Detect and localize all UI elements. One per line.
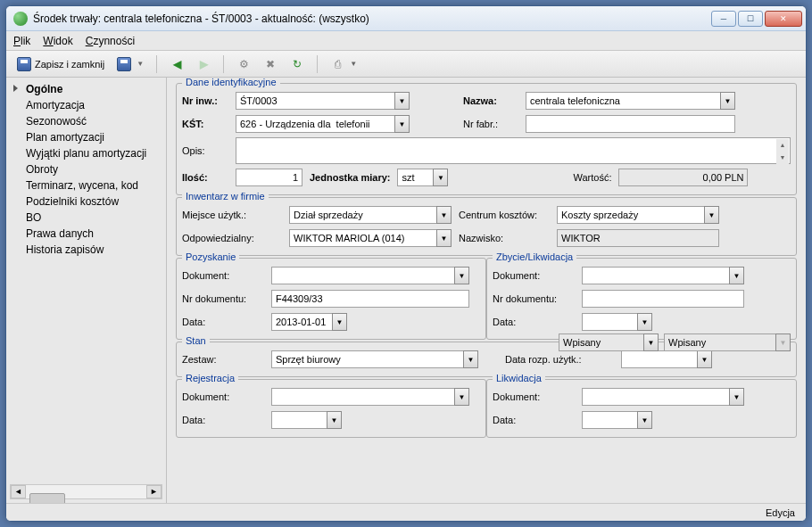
chevron-down-icon[interactable]: ▼	[637, 313, 652, 331]
close-button[interactable]: ✕	[765, 11, 802, 27]
data-rozp-input[interactable]	[621, 350, 697, 368]
nav-amortyzacja[interactable]: Amortyzacja	[10, 97, 162, 113]
poz-dok-combo[interactable]: ▼	[271, 267, 469, 284]
chevron-down-icon[interactable]: ▼	[729, 267, 744, 284]
nav-historia[interactable]: Historia zapisów	[10, 242, 162, 258]
menu-file[interactable]: Plik	[13, 35, 30, 47]
miejsce-input[interactable]	[289, 206, 436, 224]
chevron-down-icon[interactable]: ▼	[697, 350, 712, 368]
nav-plan-amortyzacji[interactable]: Plan amortyzacji	[10, 129, 162, 145]
chevron-down-icon[interactable]: ▼	[729, 388, 744, 406]
zestaw-combo[interactable]: ▼	[271, 350, 478, 368]
spin-up-icon[interactable]: ▲	[776, 139, 789, 152]
chevron-down-icon[interactable]: ▼	[454, 267, 469, 284]
chevron-down-icon[interactable]: ▼	[394, 115, 410, 133]
rej-dok-combo[interactable]: ▼	[271, 388, 469, 406]
menu-actions[interactable]: Czynności	[86, 35, 135, 47]
poz-dok-input[interactable]	[271, 267, 454, 284]
scroll-left-icon[interactable]: ◄	[11, 485, 26, 498]
print-icon: ⎙	[330, 57, 344, 71]
chevron-down-icon[interactable]: ▼	[436, 229, 452, 247]
chevron-down-icon[interactable]: ▼	[637, 411, 652, 429]
nav-ogolne[interactable]: Ogólne	[10, 81, 162, 97]
zby-dok-input[interactable]	[582, 267, 729, 284]
data-rozp-label: Data rozp. użytk.:	[505, 354, 621, 365]
nav-podzielniki[interactable]: Podzielniki kosztów	[10, 194, 162, 210]
odp-combo[interactable]: ▼	[289, 229, 452, 247]
zby-nr-input[interactable]	[582, 290, 744, 308]
lik-data-input[interactable]	[582, 411, 637, 429]
lik-dok-input[interactable]	[582, 388, 729, 406]
tool2-button[interactable]: ✖	[260, 55, 281, 73]
chevron-down-icon[interactable]: ▼	[463, 350, 478, 368]
chevron-down-icon[interactable]: ▼	[454, 388, 469, 406]
toolbar: Zapisz i zamknij ▼ ◀ ▶ ⚙ ✖ ↻ ⎙▼	[6, 51, 806, 78]
minimize-button[interactable]: ─	[711, 11, 736, 27]
print-button[interactable]: ⎙▼	[327, 55, 360, 73]
nr-fabr-input[interactable]	[526, 115, 735, 133]
lik-data-combo[interactable]: ▼	[582, 411, 652, 429]
nr-inw-input[interactable]	[236, 92, 394, 110]
nav-bo[interactable]: BO	[10, 210, 162, 226]
arrow-right-icon: ▶	[196, 57, 211, 71]
centrum-input[interactable]	[557, 206, 704, 224]
chevron-down-icon[interactable]: ▼	[704, 206, 719, 224]
chevron-down-icon[interactable]: ▼	[332, 313, 347, 331]
refresh-button[interactable]: ↻	[286, 55, 308, 73]
ilosc-input[interactable]	[236, 169, 302, 186]
zby-dok-label: Dokument:	[493, 270, 582, 281]
lik-dok-combo[interactable]: ▼	[582, 388, 744, 406]
jm-combo[interactable]: ▼	[397, 169, 448, 186]
nav-prawa[interactable]: Prawa danych	[10, 226, 162, 242]
poz-dok-label: Dokument:	[182, 270, 271, 281]
poz-nr-input[interactable]	[271, 290, 469, 308]
maximize-button[interactable]: ☐	[738, 11, 763, 27]
zby-data-combo[interactable]: ▼	[582, 313, 652, 331]
rej-dok-input[interactable]	[271, 388, 454, 406]
scroll-right-icon[interactable]: ►	[146, 485, 162, 498]
rej-data-input[interactable]	[271, 411, 327, 429]
rej-data-combo[interactable]: ▼	[271, 411, 342, 429]
zby-nr-label: Nr dokumentu:	[493, 293, 582, 304]
chevron-down-icon[interactable]: ▼	[436, 206, 452, 224]
opis-textarea[interactable]: ▲▼	[236, 137, 791, 164]
nazwa-combo[interactable]: ▼	[526, 92, 735, 110]
zestaw-input[interactable]	[271, 350, 463, 368]
nav-sezonowosc[interactable]: Sezonowość	[10, 113, 162, 129]
nr-inw-combo[interactable]: ▼	[236, 92, 410, 110]
kst-input[interactable]	[236, 115, 394, 133]
chevron-down-icon[interactable]: ▼	[433, 169, 448, 186]
chevron-down-icon[interactable]: ▼	[327, 411, 342, 429]
zby-dok-combo[interactable]: ▼	[582, 267, 744, 284]
zby-data-input[interactable]	[582, 313, 637, 331]
menu-view[interactable]: Widok	[43, 35, 72, 47]
nav-wyjatki[interactable]: Wyjątki planu amortyzacji	[10, 145, 162, 161]
legend-zby: Zbycie/Likwidacja	[493, 251, 576, 262]
chevron-down-icon[interactable]: ▼	[394, 92, 410, 110]
data-rozp-combo[interactable]: ▼	[621, 350, 712, 368]
chevron-down-icon[interactable]: ▼	[643, 333, 659, 351]
save-button[interactable]: ▼	[113, 55, 147, 73]
nav-obroty[interactable]: Obroty	[10, 161, 162, 177]
disk-icon	[17, 57, 31, 71]
centrum-combo[interactable]: ▼	[557, 206, 719, 224]
odp-input[interactable]	[289, 229, 436, 247]
tool1-button[interactable]: ⚙	[233, 55, 254, 73]
nav-terminarz[interactable]: Terminarz, wycena, kod	[10, 177, 162, 194]
kst-combo[interactable]: ▼	[236, 115, 410, 133]
poz-status-combo[interactable]: ▼	[559, 333, 659, 351]
spin-down-icon[interactable]: ▼	[776, 152, 789, 164]
window-title: Środek trwały: centrala telefoniczna - Ś…	[33, 12, 711, 25]
chevron-down-icon[interactable]: ▼	[720, 92, 735, 110]
sidebar-hscroll[interactable]: ◄ ►	[10, 484, 162, 499]
nazwa-input[interactable]	[526, 92, 720, 110]
nazwisko-label: Nazwisko:	[459, 233, 557, 243]
poz-data-combo[interactable]: ▼	[271, 313, 347, 331]
poz-data-input[interactable]	[271, 313, 332, 331]
jm-input[interactable]	[397, 169, 433, 186]
miejsce-combo[interactable]: ▼	[289, 206, 452, 224]
wartosc-value	[618, 169, 748, 186]
back-button[interactable]: ◀	[166, 55, 187, 73]
scroll-thumb[interactable]	[29, 493, 65, 504]
save-close-button[interactable]: Zapisz i zamknij	[13, 55, 108, 73]
